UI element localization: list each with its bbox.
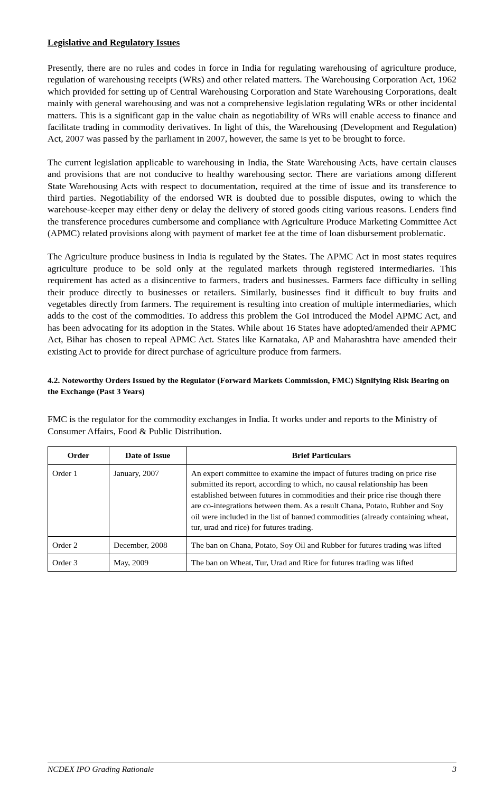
- table-row: Order 1 January, 2007 An expert committe…: [48, 464, 456, 536]
- intro-text: FMC is the regulator for the commodity e…: [48, 413, 456, 437]
- page-footer: NCDEX IPO Grading Rationale 3: [48, 762, 456, 774]
- cell-date: January, 2007: [109, 464, 186, 536]
- cell-order: Order 3: [48, 554, 109, 571]
- cell-brief: The ban on Chana, Potato, Soy Oil and Ru…: [186, 536, 456, 554]
- paragraph-2: The current legislation applicable to wa…: [48, 156, 456, 239]
- cell-brief: An expert committee to examine the impac…: [186, 464, 456, 536]
- section-heading: Legislative and Regulatory Issues: [48, 37, 456, 48]
- cell-date: December, 2008: [109, 536, 186, 554]
- risk-section-heading: 4.2. Noteworthy Orders Issued by the Reg…: [48, 375, 456, 397]
- col-header-date: Date of Issue: [109, 447, 186, 464]
- paragraph-1: Presently, there are no rules and codes …: [48, 62, 456, 145]
- orders-table: Order Date of Issue Brief Particulars Or…: [48, 446, 456, 572]
- cell-order: Order 2: [48, 536, 109, 554]
- col-header-order: Order: [48, 447, 109, 464]
- cell-brief: The ban on Wheat, Tur, Urad and Rice for…: [186, 554, 456, 571]
- table-row: Order 3 May, 2009 The ban on Wheat, Tur,…: [48, 554, 456, 571]
- footer-left: NCDEX IPO Grading Rationale: [48, 764, 154, 774]
- table-row: Order 2 December, 2008 The ban on Chana,…: [48, 536, 456, 554]
- table-header-row: Order Date of Issue Brief Particulars: [48, 447, 456, 464]
- col-header-brief: Brief Particulars: [186, 447, 456, 464]
- cell-date: May, 2009: [109, 554, 186, 571]
- paragraph-3: The Agriculture produce business in Indi…: [48, 250, 456, 357]
- footer-right: 3: [452, 764, 456, 774]
- cell-order: Order 1: [48, 464, 109, 536]
